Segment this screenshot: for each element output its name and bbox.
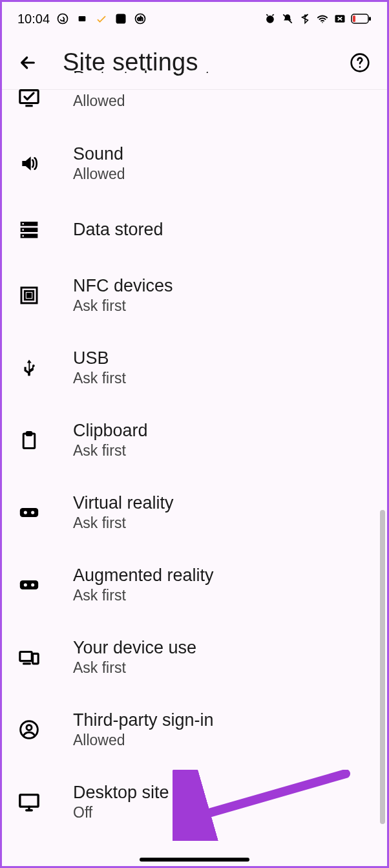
help-button[interactable]	[347, 50, 373, 76]
row-text: NFC devices Ask first	[73, 276, 173, 315]
row-title: USB	[73, 348, 126, 368]
svg-rect-30	[20, 652, 32, 661]
row-text: Augmented reality Ask first	[73, 566, 214, 604]
nav-pill[interactable]	[140, 858, 249, 862]
row-text: Data stored	[73, 220, 163, 240]
row-text: Protected content Allowed	[73, 86, 210, 110]
row-title: Clipboard	[73, 421, 148, 441]
svg-point-16	[22, 223, 24, 225]
status-left: 10:04 ch	[17, 12, 147, 26]
status-right	[264, 12, 372, 25]
help-icon	[350, 52, 370, 73]
row-text: USB Ask first	[73, 348, 126, 387]
item-nfc-devices[interactable]: NFC devices Ask first	[2, 259, 387, 332]
sound-icon	[16, 151, 42, 176]
svg-rect-21	[27, 293, 30, 297]
battery-low-icon	[351, 12, 372, 25]
nfc-icon	[16, 282, 42, 308]
row-text: Desktop site Off	[73, 783, 169, 821]
item-third-party-signin[interactable]: Third-party sign-in Allowed	[2, 693, 387, 766]
settings-list: Protected content Allowed Sound Allowed …	[2, 85, 387, 838]
desktop-icon	[16, 789, 42, 815]
svg-rect-24	[20, 508, 38, 517]
devices-icon	[16, 644, 42, 670]
svg-text:ch: ch	[138, 16, 143, 22]
vr-icon	[16, 500, 42, 525]
svg-rect-8	[353, 16, 355, 22]
item-data-stored[interactable]: Data stored	[2, 200, 387, 259]
row-sub: Ask first	[73, 297, 173, 315]
svg-point-33	[26, 725, 32, 730]
svg-rect-23	[26, 432, 32, 436]
svg-point-5	[266, 16, 274, 23]
app-icon-2	[114, 12, 127, 25]
item-protected-content[interactable]: Protected content Allowed	[2, 85, 387, 127]
svg-point-25	[24, 511, 27, 514]
row-text: Sound Allowed	[73, 144, 125, 183]
svg-point-29	[31, 583, 34, 586]
item-virtual-reality[interactable]: Virtual reality Ask first	[2, 476, 387, 549]
row-text: Virtual reality Ask first	[73, 493, 174, 532]
alarm-icon	[264, 12, 277, 25]
row-title: Augmented reality	[73, 566, 214, 586]
scrollbar[interactable]	[380, 510, 385, 824]
arrow-back-icon	[17, 52, 38, 73]
app-icon-3: ch	[134, 12, 147, 25]
svg-point-26	[31, 511, 34, 514]
svg-rect-9	[369, 17, 371, 21]
row-sub: Ask first	[73, 442, 148, 460]
row-title: Virtual reality	[73, 493, 174, 513]
row-sub: Ask first	[73, 370, 126, 387]
row-title: Your device use	[73, 638, 196, 658]
app-icon-1	[76, 12, 89, 25]
row-sub: Allowed	[73, 92, 210, 110]
item-desktop-site[interactable]: Desktop site Off	[2, 766, 387, 838]
row-title: Sound	[73, 144, 125, 164]
row-title: Third-party sign-in	[73, 710, 214, 730]
row-sub: Allowed	[73, 165, 125, 183]
back-button[interactable]	[16, 51, 39, 74]
protected-content-icon	[16, 85, 42, 111]
account-icon	[16, 717, 42, 743]
svg-rect-1	[79, 16, 86, 21]
svg-rect-31	[33, 653, 39, 664]
checkmark-icon	[95, 12, 108, 25]
app-bar: Site settings	[2, 36, 387, 90]
row-text: Third-party sign-in Allowed	[73, 710, 214, 749]
item-usb[interactable]: USB Ask first	[2, 332, 387, 404]
svg-rect-34	[20, 795, 38, 807]
whatsapp-icon	[56, 12, 69, 25]
row-title: Protected content	[73, 68, 210, 73]
svg-point-18	[22, 235, 24, 237]
row-title: Desktop site	[73, 783, 169, 803]
row-sub: Ask first	[73, 659, 196, 677]
row-sub: Off	[73, 804, 169, 821]
clipboard-icon	[16, 427, 42, 453]
svg-point-28	[24, 583, 27, 586]
svg-point-17	[22, 229, 24, 231]
item-your-device-use[interactable]: Your device use Ask first	[2, 621, 387, 693]
status-bar: 10:04 ch	[2, 2, 387, 36]
svg-point-11	[359, 66, 361, 68]
status-time: 10:04	[17, 12, 50, 26]
wifi-icon	[316, 12, 329, 25]
item-sound[interactable]: Sound Allowed	[2, 127, 387, 200]
mute-icon	[281, 12, 294, 25]
row-text: Your device use Ask first	[73, 638, 196, 677]
svg-rect-27	[20, 580, 38, 589]
svg-rect-2	[116, 14, 126, 24]
bluetooth-icon	[299, 12, 311, 25]
row-sub: Ask first	[73, 587, 214, 604]
row-text: Clipboard Ask first	[73, 421, 148, 460]
row-title: Data stored	[73, 220, 163, 240]
usb-icon	[16, 355, 42, 381]
row-sub: Allowed	[73, 732, 214, 749]
item-augmented-reality[interactable]: Augmented reality Ask first	[2, 549, 387, 621]
signal-off-icon	[333, 12, 346, 25]
item-clipboard[interactable]: Clipboard Ask first	[2, 404, 387, 476]
storage-icon	[16, 217, 42, 242]
row-title: NFC devices	[73, 276, 173, 296]
ar-icon	[16, 572, 42, 598]
row-sub: Ask first	[73, 514, 174, 532]
svg-point-0	[58, 14, 68, 24]
